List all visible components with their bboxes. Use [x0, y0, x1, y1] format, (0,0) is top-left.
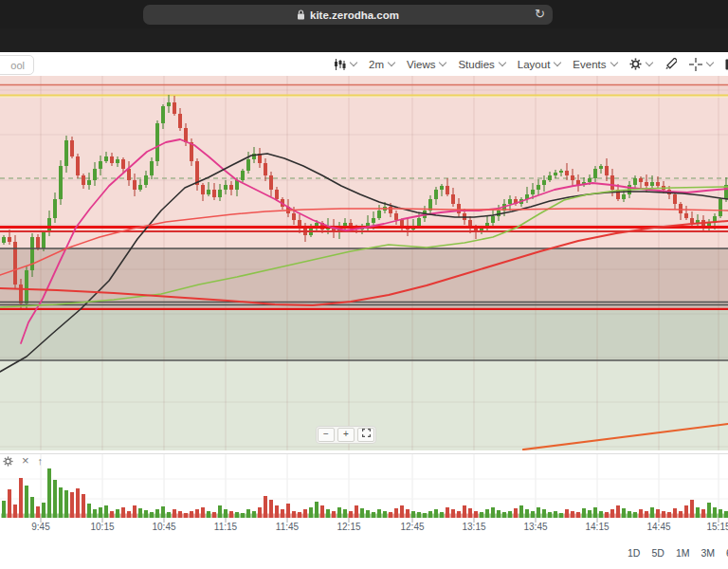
fullscreen-button[interactable]	[357, 428, 374, 442]
time-label: 14:45	[646, 522, 670, 532]
chart-type-button[interactable]	[334, 59, 356, 70]
time-label: 15:15	[706, 522, 728, 532]
zoom-out-button[interactable]: −	[318, 428, 335, 442]
chevron-down-icon	[388, 59, 395, 66]
candlestick-icon	[334, 59, 346, 70]
volume-settings-icon[interactable]	[3, 456, 13, 467]
time-label: 14:15	[585, 522, 609, 532]
menu-layout[interactable]: Layout	[518, 59, 561, 70]
volume-panel-controls: × ↑	[3, 455, 43, 467]
browser-window: kite.zerodha.com ↻ NIFTY25MAYFUT (NFO-FU…	[0, 0, 728, 569]
chevron-down-icon	[350, 59, 357, 66]
volume-chart-canvas[interactable]	[0, 453, 728, 523]
zoom-controls: − +	[316, 426, 376, 444]
range-button-5d[interactable]: 5D	[651, 547, 664, 559]
time-label: 13:15	[462, 522, 485, 532]
interval-button[interactable]: 2m	[369, 59, 394, 70]
volume-close-icon[interactable]: ×	[22, 455, 29, 467]
drawing-tool-button[interactable]: ool	[0, 55, 34, 75]
time-label: 9:45	[31, 522, 49, 532]
time-label: 12:45	[400, 522, 424, 532]
volume-panel	[0, 453, 728, 523]
gear-icon	[629, 58, 642, 70]
time-label: 11:15	[214, 522, 237, 532]
lock-icon	[297, 9, 305, 20]
reload-icon[interactable]: ↻	[535, 7, 545, 21]
draw-button[interactable]	[664, 58, 677, 70]
layout-compare-icon	[725, 59, 728, 70]
time-label: 10:15	[90, 522, 114, 532]
chevron-down-icon	[645, 59, 652, 66]
settings-button[interactable]	[629, 58, 652, 70]
range-button-3m[interactable]: 3M	[701, 547, 715, 559]
chevron-down-icon	[610, 59, 617, 66]
price-chart-canvas[interactable]	[0, 76, 728, 450]
chart-area	[0, 76, 728, 450]
pencil-icon	[664, 58, 677, 70]
zoom-in-button[interactable]: +	[337, 428, 355, 442]
menu-studies[interactable]: Studies	[458, 59, 504, 70]
chevron-down-icon	[554, 59, 561, 66]
url-text: kite.zerodha.com	[310, 9, 399, 21]
expand-icon	[362, 429, 371, 437]
crosshair-button[interactable]	[689, 58, 713, 71]
menu-events[interactable]: Events	[573, 59, 616, 70]
chevron-down-icon	[439, 59, 446, 66]
range-button-1d[interactable]: 1D	[628, 547, 640, 559]
volume-move-up-icon[interactable]: ↑	[38, 455, 44, 467]
crosshair-icon	[689, 58, 702, 71]
menu-views[interactable]: Views	[407, 59, 446, 70]
range-button-1m[interactable]: 1M	[676, 547, 690, 559]
tab-strip: NIFTY25MAYFUT (NFO-FUT) - Kite Chart ılı…	[0, 28, 728, 52]
chevron-down-icon	[705, 59, 713, 66]
time-axis: 9:4510:1510:4511:1511:4512:1512:4513:151…	[0, 522, 728, 534]
range-selector: 1D5D1M3M6MYT	[628, 547, 728, 559]
time-label: 13:45	[523, 522, 547, 532]
time-label: 11:45	[276, 522, 299, 532]
chart-toolbar: ool 2m Views Studies	[0, 52, 728, 76]
time-label: 12:15	[337, 522, 360, 532]
time-label: 10:45	[152, 522, 175, 532]
chevron-down-icon	[499, 59, 506, 66]
browser-title-bar: kite.zerodha.com ↻	[0, 0, 728, 28]
compare-button[interactable]	[725, 59, 728, 70]
address-bar[interactable]: kite.zerodha.com ↻	[143, 5, 553, 25]
